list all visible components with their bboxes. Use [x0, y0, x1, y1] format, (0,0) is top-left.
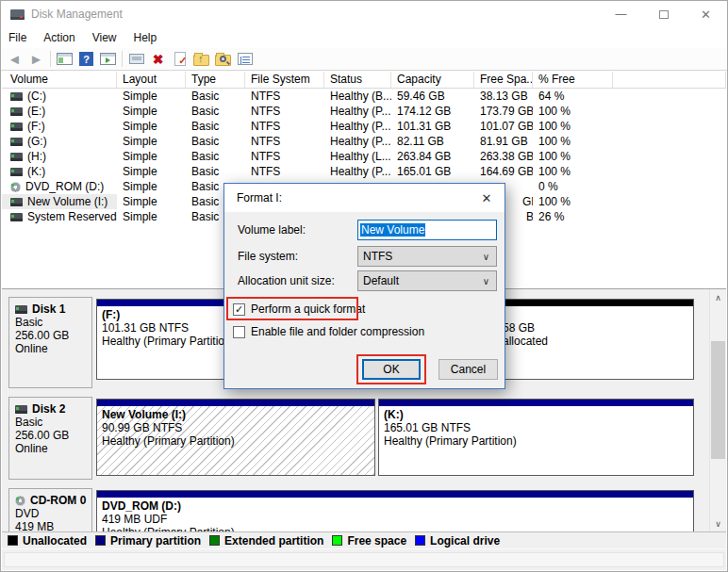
col-volume[interactable]: Volume — [2, 72, 117, 88]
checkbox-unchecked-icon — [233, 326, 245, 338]
menu-file[interactable]: File — [8, 31, 26, 44]
cell-layout: Simple — [117, 104, 186, 119]
table-row[interactable]: (H:) Simple Basic NTFS Healthy (L... 263… — [2, 149, 726, 164]
cell-volume: DVD_ROM (D:) — [2, 179, 117, 194]
cdrom-row: CD-ROM 0 DVD 419 MB Online DVD_ROM (D:) … — [8, 488, 697, 531]
disk2-graphic: New Volume (I:) 90.99 GB NTFS Healthy (P… — [94, 397, 697, 480]
computer-button[interactable] — [125, 49, 147, 69]
forward-button[interactable]: ► — [25, 49, 47, 69]
quick-format-label: Perform a quick format — [251, 302, 365, 316]
cell-free: 263.38 GB — [474, 149, 533, 164]
quick-format-checkbox[interactable]: ✓ Perform a quick format — [233, 302, 365, 316]
free-space-swatch — [332, 535, 342, 546]
toolbar-separator — [122, 51, 123, 67]
volume-label-input[interactable]: New Volume — [357, 220, 497, 240]
disk1-info[interactable]: Disk 1 Basic 256.00 GB Online — [8, 297, 92, 388]
menu-view[interactable]: View — [92, 31, 117, 44]
folder-up-icon: ↑ — [193, 55, 209, 66]
format-dialog: Format I: ✕ Volume label: New Volume Fil… — [223, 183, 505, 389]
check-document-button[interactable]: ✓ — [169, 49, 190, 69]
col-status[interactable]: Status — [324, 72, 391, 88]
status-bar — [2, 548, 726, 570]
vertical-scrollbar[interactable]: ∧ ∨ — [709, 289, 725, 531]
action-pane-button[interactable] — [97, 49, 119, 69]
cell-pct: 100 % — [533, 134, 613, 149]
computer-icon — [129, 54, 144, 64]
cell-capacity: 101.31 GB — [391, 119, 474, 134]
cell-volume: (H:) — [2, 149, 117, 164]
col-free-space[interactable]: Free Spa... — [474, 72, 533, 88]
cdrom-info[interactable]: CD-ROM 0 DVD 419 MB Online — [8, 488, 92, 531]
back-button[interactable]: ◄ — [4, 49, 25, 69]
col-file-system[interactable]: File System — [245, 72, 324, 88]
allocation-unit-select[interactable]: Default ∨ — [357, 270, 497, 291]
delete-button[interactable]: ✖ — [147, 49, 169, 69]
cell-free: 101.07 GB — [474, 119, 533, 134]
disk2-info[interactable]: Disk 2 Basic 256.00 GB Online — [8, 397, 92, 480]
help-button[interactable]: ? — [75, 49, 97, 69]
cdrom-graphic: DVD_ROM (D:) 419 MB UDF Healthy (Primary… — [94, 488, 697, 531]
partition-k[interactable]: (K:) 165.01 GB NTFS Healthy (Primary Par… — [378, 399, 694, 476]
scroll-down-button[interactable]: ∨ — [710, 515, 726, 531]
cell-fs: NTFS — [245, 104, 324, 119]
cell-pct: 100 % — [533, 119, 613, 134]
ok-button[interactable]: OK — [362, 359, 421, 380]
cell-status: Healthy (P... — [324, 134, 391, 149]
table-row[interactable]: (K:) Simple Basic NTFS Healthy (P... 165… — [2, 164, 726, 179]
up-arrow-icon: ↑ — [198, 53, 204, 64]
minimize-button[interactable]: — — [600, 1, 642, 27]
file-system-select[interactable]: NTFS ∨ — [357, 246, 497, 267]
cell-type: Basic — [186, 134, 245, 149]
col-layout[interactable]: Layout — [117, 72, 186, 88]
check-icon: ✓ — [178, 55, 187, 67]
scroll-up-button[interactable]: ∧ — [710, 289, 726, 305]
properties-button[interactable] — [234, 49, 256, 69]
folder-search-icon — [215, 55, 231, 66]
dialog-close-button[interactable]: ✕ — [477, 189, 496, 206]
legend-free-space: Free space — [332, 534, 406, 547]
scrollbar-thumb[interactable] — [711, 341, 725, 459]
col-type[interactable]: Type — [186, 72, 245, 88]
cell-capacity: 82.11 GB — [391, 134, 474, 149]
cell-pct: 100 % — [533, 149, 613, 164]
partition-dvd[interactable]: DVD_ROM (D:) 419 MB UDF Healthy (Primary… — [96, 490, 694, 531]
title-bar: Disk Management — ✕ — [1, 1, 727, 27]
cancel-button[interactable]: Cancel — [438, 359, 498, 380]
disk-icon — [15, 305, 27, 314]
chevron-down-icon: ∨ — [483, 272, 489, 291]
menu-action[interactable]: Action — [43, 31, 74, 44]
unallocated-swatch — [8, 535, 18, 546]
legend-logical-drive: Logical drive — [415, 534, 500, 547]
volume-icon — [10, 213, 23, 221]
col-capacity[interactable]: Capacity — [391, 72, 474, 88]
primary-swatch — [95, 535, 106, 546]
close-icon: ✕ — [482, 191, 492, 205]
close-button[interactable]: ✕ — [685, 1, 727, 27]
console-tree-button[interactable] — [54, 49, 75, 69]
menu-help[interactable]: Help — [134, 31, 157, 44]
partition-new-volume[interactable]: New Volume (I:) 90.99 GB NTFS Healthy (P… — [96, 399, 375, 476]
table-row[interactable]: (C:) Simple Basic NTFS Healthy (B... 59.… — [2, 89, 726, 104]
cell-volume: (C:) — [2, 89, 117, 104]
chevron-down-icon: ∨ — [715, 519, 721, 529]
compression-checkbox[interactable]: Enable file and folder compression — [233, 325, 424, 338]
cell-volume: (G:) — [2, 134, 117, 149]
cell-status: Healthy (B... — [324, 89, 391, 104]
cell-type: Basic — [186, 149, 245, 164]
table-row[interactable]: (G:) Simple Basic NTFS Healthy (P... 82.… — [2, 134, 726, 149]
forward-icon: ► — [29, 52, 43, 66]
back-icon: ◄ — [8, 52, 22, 66]
disk-drive-icon — [10, 9, 25, 20]
folder-up-button[interactable]: ↑ — [190, 49, 212, 69]
cell-layout: Simple — [117, 149, 186, 164]
table-row[interactable]: (F:) Simple Basic NTFS Healthy (P... 101… — [2, 119, 726, 134]
cell-volume: New Volume (I:) — [2, 194, 117, 209]
cell-fs: NTFS — [245, 134, 324, 149]
table-row[interactable]: (E:) Simple Basic NTFS Healthy (P... 174… — [2, 104, 726, 119]
folder-search-button[interactable] — [212, 49, 234, 69]
disk-icon — [15, 405, 27, 414]
legend-extended-partition: Extended partition — [209, 534, 323, 547]
maximize-button[interactable] — [642, 1, 685, 27]
col-pct-free[interactable]: % Free — [533, 72, 613, 88]
chevron-up-icon: ∧ — [715, 293, 721, 302]
